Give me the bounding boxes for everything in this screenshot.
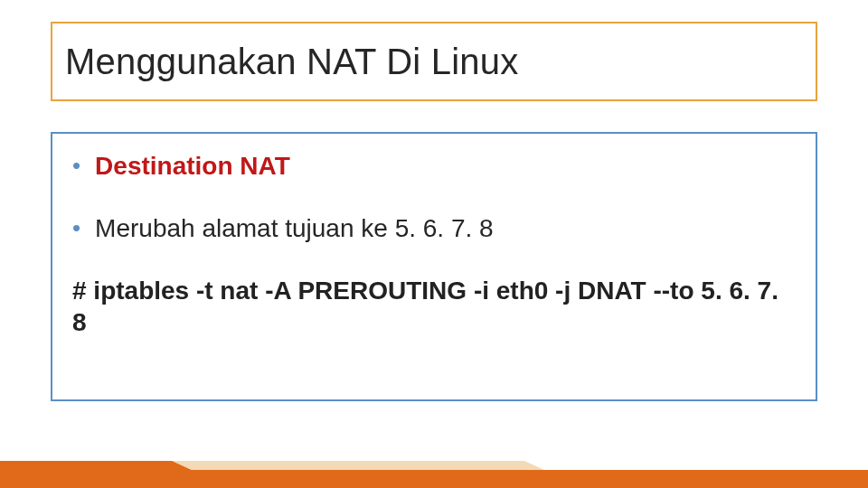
bullet-dot-icon: • — [72, 154, 80, 177]
bullet-dot-icon: • — [72, 216, 80, 239]
footer-decoration — [0, 466, 868, 488]
bullet-item: • Destination NAT — [72, 150, 796, 182]
footer-orange-stripe — [0, 470, 868, 488]
content-box: • Destination NAT • Merubah alamat tujua… — [51, 132, 817, 401]
bullet-text: Merubah alamat tujuan ke 5. 6. 7. 8 — [95, 212, 494, 244]
bullet-text: Destination NAT — [95, 150, 290, 182]
slide: Menggunakan NAT Di Linux • Destination N… — [0, 0, 868, 488]
command-text: # iptables -t nat -A PREROUTING -i eth0 … — [72, 275, 796, 338]
bullet-item: • Merubah alamat tujuan ke 5. 6. 7. 8 — [72, 212, 796, 244]
title-box: Menggunakan NAT Di Linux — [51, 22, 817, 101]
slide-title: Menggunakan NAT Di Linux — [65, 42, 518, 82]
